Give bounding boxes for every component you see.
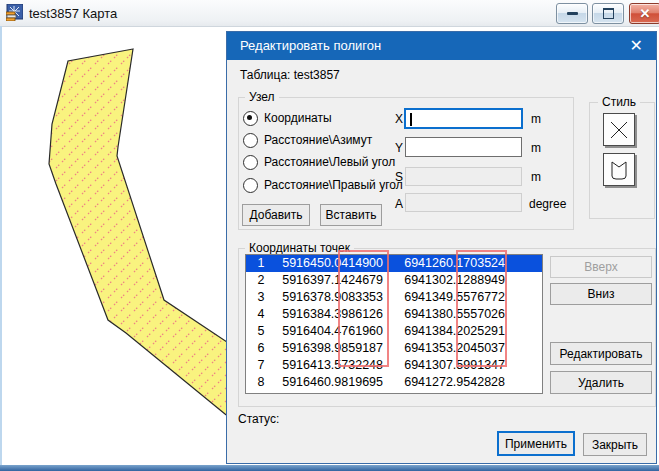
- row-index: 6: [246, 340, 276, 357]
- style-group-label: Стиль: [598, 95, 640, 109]
- dialog-close-icon[interactable]: ✕: [630, 36, 643, 56]
- annotation-box-x-decimals: [338, 250, 389, 367]
- s-field-label: S: [395, 170, 403, 184]
- radio-on-icon: [243, 111, 258, 126]
- radio-distance-azimuth-label: Расстояние\Азимут: [264, 133, 372, 147]
- radio-distance-azimuth[interactable]: Расстояние\Азимут: [243, 132, 372, 148]
- row-y: 6941272.9542828: [403, 374, 523, 391]
- x-unit-label: m: [531, 112, 541, 126]
- annotation-box-y-decimals: [456, 250, 507, 367]
- radio-off-icon: [243, 155, 258, 170]
- a-unit-label: degree: [529, 197, 566, 211]
- node-group-label: Узел: [245, 90, 279, 104]
- radio-coordinates[interactable]: Координаты: [243, 110, 332, 126]
- maximize-button[interactable]: [592, 3, 624, 24]
- delete-button[interactable]: Удалить: [550, 371, 652, 394]
- maximize-icon: [603, 8, 614, 19]
- row-index: 3: [246, 289, 276, 306]
- x-field-label: X: [395, 112, 403, 126]
- fill-style-icon: [608, 159, 630, 181]
- radio-off-icon: [243, 178, 258, 193]
- a-input: [405, 193, 522, 212]
- move-up-button[interactable]: Вверх: [550, 256, 652, 278]
- radio-coordinates-label: Координаты: [264, 111, 332, 125]
- map-polygon[interactable]: [49, 49, 233, 420]
- minimize-button[interactable]: [556, 3, 588, 24]
- insert-button[interactable]: Вставить: [320, 204, 382, 226]
- s-unit-label: m: [531, 170, 541, 184]
- close-window-button[interactable]: ✕: [629, 3, 659, 24]
- close-icon: ✕: [640, 7, 651, 20]
- move-down-button[interactable]: Вниз: [550, 283, 652, 305]
- fill-style-button[interactable]: [603, 153, 635, 186]
- a-field-label: A: [395, 197, 403, 211]
- map-app-icon: [6, 4, 23, 21]
- s-input: [405, 167, 522, 186]
- line-style-icon: [608, 119, 630, 141]
- radio-distance-left-angle-label: Расстояние\Левый угол: [264, 155, 395, 169]
- row-index: 8: [246, 374, 276, 391]
- dialog-title: Редактировать полигон: [240, 38, 381, 53]
- minimize-icon: [567, 12, 578, 15]
- radio-distance-left-angle[interactable]: Расстояние\Левый угол: [243, 154, 395, 170]
- add-button[interactable]: Добавить: [242, 204, 310, 226]
- text-caret: [410, 113, 412, 126]
- row-index: 7: [246, 357, 276, 374]
- radio-distance-right-angle-label: Расстояние\Правый угол: [264, 178, 403, 192]
- row-index: 4: [246, 306, 276, 323]
- y-unit-label: m: [531, 141, 541, 155]
- status-label: Статус:: [238, 412, 279, 426]
- y-field-label: Y: [395, 141, 403, 155]
- coord-row[interactable]: 8 5916460.9819695 6941272.9542828: [246, 374, 542, 391]
- screenshot-root: test3857 Карта ✕ Редактировать полигон ✕…: [0, 0, 659, 471]
- x-input[interactable]: [404, 108, 523, 129]
- line-style-button[interactable]: [603, 113, 635, 146]
- window-bottom-border: [0, 465, 659, 471]
- edit-button[interactable]: Редактировать: [550, 342, 652, 365]
- close-button[interactable]: Закрыть: [583, 433, 647, 456]
- row-x: 5916460.9819695: [276, 374, 403, 391]
- window-title: test3857 Карта: [29, 6, 117, 21]
- row-index: 1: [246, 255, 276, 272]
- table-name-label: Таблица: test3857: [240, 68, 340, 82]
- row-index: 2: [246, 272, 276, 289]
- y-input[interactable]: [405, 137, 522, 157]
- radio-distance-right-angle[interactable]: Расстояние\Правый угол: [243, 177, 403, 193]
- edit-polygon-dialog: Редактировать полигон ✕ Таблица: test385…: [226, 31, 657, 464]
- dialog-titlebar[interactable]: Редактировать полигон ✕: [227, 32, 656, 60]
- apply-button[interactable]: Применить: [497, 431, 575, 456]
- window-left-border: [0, 26, 2, 465]
- radio-off-icon: [243, 133, 258, 148]
- row-index: 5: [246, 323, 276, 340]
